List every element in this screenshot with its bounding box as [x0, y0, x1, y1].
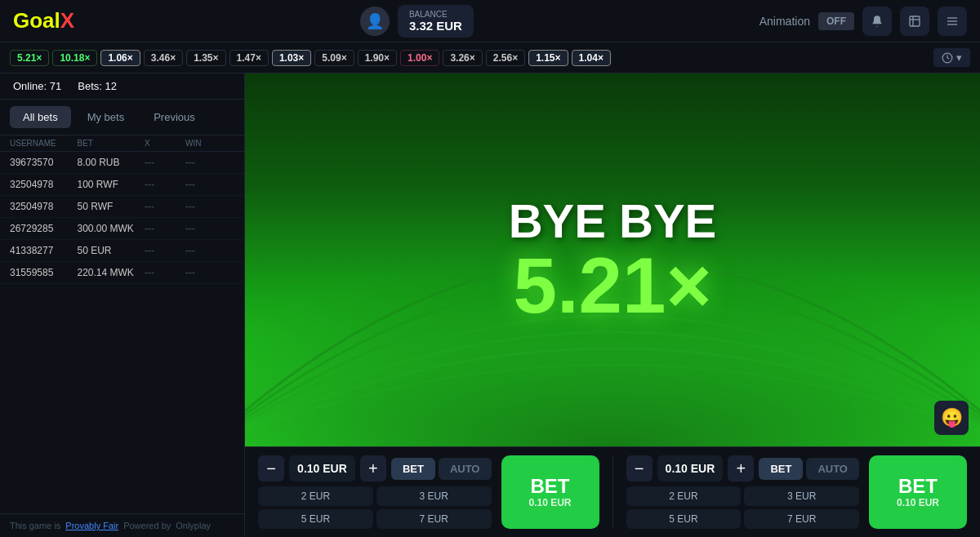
auto-btn-right[interactable]: AUTO — [806, 458, 859, 480]
game-canvas: BYE BYE 5.21× 😛 — [245, 73, 980, 446]
table-row: 32504978 100 RWF --- --- — [0, 174, 244, 196]
row-win: --- — [185, 201, 234, 212]
plus-btn-left[interactable]: + — [360, 455, 386, 482]
logo-x: X — [60, 8, 74, 33]
notification-btn[interactable] — [862, 7, 892, 36]
quick-2eur-left[interactable]: 2 EUR — [258, 486, 373, 506]
left-panel: Online: 71 Bets: 12 All bets My bets Pre… — [0, 73, 245, 537]
bell-icon — [871, 15, 884, 28]
game-multiplier: 5.21× — [509, 246, 717, 325]
auto-btn-left[interactable]: AUTO — [439, 458, 492, 480]
row-bet: 100 RWF — [78, 179, 145, 190]
menu-btn[interactable] — [938, 7, 967, 36]
table-row: 32504978 50 RWF --- --- — [0, 196, 244, 218]
tab-all-bets[interactable]: All bets — [10, 106, 71, 128]
bet-panel-left: − 0.10 EUR + BET AUTO 2 EUR 3 EUR 5 EUR … — [258, 455, 492, 529]
main-bet-sub-left: 0.10 EUR — [528, 497, 571, 508]
balance-box: Balance 3.32 EUR — [398, 5, 474, 38]
col-win: WIN — [185, 139, 234, 148]
quick-5eur-left[interactable]: 5 EUR — [258, 509, 373, 529]
mult-pill[interactable]: 1.00× — [400, 50, 439, 66]
table-row: 41338277 50 EUR --- --- — [0, 240, 244, 262]
main-bet-btn-right[interactable]: BET 0.10 EUR — [869, 455, 967, 529]
mult-pill[interactable]: 1.03× — [272, 50, 311, 66]
row-win: --- — [185, 179, 234, 190]
footer-text: This game is — [10, 521, 60, 530]
quick-amounts-right: 2 EUR 3 EUR 5 EUR 7 EUR — [626, 486, 860, 529]
provably-fair-link[interactable]: Provably Fair — [65, 521, 118, 530]
header: GoalX 👤 Balance 3.32 EUR Animation OFF — [0, 0, 980, 42]
bet-top-row-right: − 0.10 EUR + BET AUTO — [626, 455, 860, 482]
balance-value: 3.32 EUR — [409, 19, 462, 33]
row-username: 39673570 — [10, 157, 78, 168]
footer-powered: Powered by — [123, 521, 171, 530]
table-header: USERNAME BET X WIN — [0, 135, 244, 152]
quick-5eur-right[interactable]: 5 EUR — [626, 509, 742, 529]
table-row: 31559585 220.14 MWK --- --- — [0, 262, 244, 284]
main-bet-btn-left[interactable]: BET 0.10 EUR — [501, 455, 599, 529]
mult-pill[interactable]: 1.04× — [572, 50, 611, 66]
minus-btn-right[interactable]: − — [626, 455, 653, 482]
row-username: 32504978 — [10, 201, 78, 212]
game-text-group: BYE BYE 5.21× — [509, 195, 717, 326]
emoji-button[interactable]: 😛 — [934, 401, 969, 435]
mult-pill[interactable]: 10.18× — [52, 50, 97, 66]
bet-btn-right[interactable]: BET — [759, 458, 803, 480]
minus-btn-left[interactable]: − — [258, 455, 284, 482]
quick-3eur-right[interactable]: 3 EUR — [744, 486, 859, 506]
hamburger-icon — [946, 15, 959, 28]
tab-my-bets[interactable]: My bets — [74, 106, 138, 128]
logo: GoalX — [13, 8, 74, 33]
history-button[interactable]: ▾ — [933, 48, 970, 67]
mult-pill[interactable]: 2.56× — [486, 50, 525, 66]
clock-icon — [942, 52, 953, 64]
translate-btn[interactable] — [900, 7, 929, 36]
header-right: Animation OFF — [760, 7, 967, 36]
quick-7eur-right[interactable]: 7 EUR — [744, 509, 859, 529]
quick-3eur-left[interactable]: 3 EUR — [376, 486, 492, 506]
row-win: --- — [185, 157, 234, 168]
mult-pill[interactable]: 1.06× — [100, 50, 140, 66]
mult-pill[interactable]: 5.09× — [314, 50, 354, 66]
stats-row: Online: 71 Bets: 12 — [0, 73, 244, 100]
mult-pill[interactable]: 3.46× — [144, 50, 183, 66]
left-footer: This game is Provably Fair Powered by On… — [0, 513, 244, 537]
row-bet: 50 RWF — [78, 201, 145, 212]
bet-amount-right: 0.10 EUR — [657, 455, 724, 482]
mult-pill[interactable]: 5.21× — [10, 50, 49, 66]
bets-table: USERNAME BET X WIN 39673570 8.00 RUB ---… — [0, 135, 244, 513]
svg-rect-0 — [910, 16, 920, 26]
main-bet-sub-right: 0.10 EUR — [897, 497, 939, 508]
row-x: --- — [145, 267, 185, 278]
row-win: --- — [185, 245, 234, 256]
bet-type-group-left: BET AUTO — [391, 458, 492, 480]
bet-panel-right: − 0.10 EUR + BET AUTO 2 EUR 3 EUR 5 EUR … — [626, 455, 860, 529]
multiplier-bar: 5.21× 10.18× 1.06× 3.46× 1.35× 1.47× 1.0… — [0, 42, 980, 73]
row-x: --- — [145, 157, 185, 168]
tab-previous[interactable]: Previous — [140, 106, 208, 128]
col-x: X — [145, 139, 185, 148]
table-row: 26729285 300.00 MWK --- --- — [0, 218, 244, 240]
row-x: --- — [145, 201, 185, 212]
bet-controls: − 0.10 EUR + BET AUTO 2 EUR 3 EUR 5 EUR … — [245, 446, 980, 537]
bet-top-row-left: − 0.10 EUR + BET AUTO — [258, 455, 492, 482]
mult-pill[interactable]: 3.26× — [443, 50, 482, 66]
col-username: USERNAME — [10, 139, 78, 148]
quick-2eur-right[interactable]: 2 EUR — [626, 486, 742, 506]
plus-btn-right[interactable]: + — [728, 455, 754, 482]
bet-amount-left: 0.10 EUR — [289, 455, 355, 482]
bet-btn-left[interactable]: BET — [391, 458, 435, 480]
row-x: --- — [145, 223, 185, 234]
mult-pill[interactable]: 1.90× — [358, 50, 397, 66]
mult-pill[interactable]: 1.15× — [528, 50, 568, 66]
avatar[interactable]: 👤 — [360, 7, 390, 36]
mult-pill[interactable]: 1.35× — [186, 50, 225, 66]
bet-type-group-right: BET AUTO — [759, 458, 859, 480]
row-username: 41338277 — [10, 245, 78, 256]
online-label: Online: 71 — [13, 80, 61, 92]
quick-7eur-left[interactable]: 7 EUR — [376, 509, 492, 529]
animation-toggle[interactable]: OFF — [818, 12, 854, 30]
row-x: --- — [145, 245, 185, 256]
mult-pill[interactable]: 1.47× — [229, 50, 269, 66]
row-username: 26729285 — [10, 223, 78, 234]
